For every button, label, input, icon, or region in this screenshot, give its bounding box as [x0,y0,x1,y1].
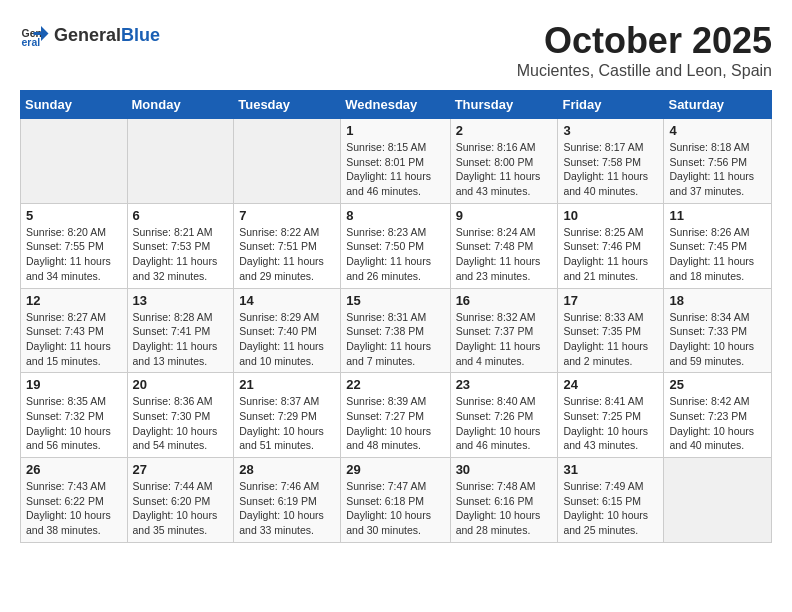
calendar-cell: 30Sunrise: 7:48 AM Sunset: 6:16 PM Dayli… [450,458,558,543]
day-info: Sunrise: 8:41 AM Sunset: 7:25 PM Dayligh… [563,394,658,453]
title-block: October 2025 Mucientes, Castille and Leo… [517,20,772,80]
calendar-cell: 3Sunrise: 8:17 AM Sunset: 7:58 PM Daylig… [558,119,664,204]
calendar-cell: 26Sunrise: 7:43 AM Sunset: 6:22 PM Dayli… [21,458,128,543]
calendar-body: 1Sunrise: 8:15 AM Sunset: 8:01 PM Daylig… [21,119,772,543]
logo-blue: Blue [121,25,160,45]
day-number: 24 [563,377,658,392]
day-number: 16 [456,293,553,308]
week-row-2: 5Sunrise: 8:20 AM Sunset: 7:55 PM Daylig… [21,203,772,288]
calendar-cell: 24Sunrise: 8:41 AM Sunset: 7:25 PM Dayli… [558,373,664,458]
calendar-cell: 2Sunrise: 8:16 AM Sunset: 8:00 PM Daylig… [450,119,558,204]
calendar-cell: 5Sunrise: 8:20 AM Sunset: 7:55 PM Daylig… [21,203,128,288]
month-title: October 2025 [517,20,772,62]
logo-general: General [54,25,121,45]
day-of-week-monday: Monday [127,91,234,119]
calendar-cell: 23Sunrise: 8:40 AM Sunset: 7:26 PM Dayli… [450,373,558,458]
calendar-cell: 20Sunrise: 8:36 AM Sunset: 7:30 PM Dayli… [127,373,234,458]
calendar-cell: 31Sunrise: 7:49 AM Sunset: 6:15 PM Dayli… [558,458,664,543]
day-number: 17 [563,293,658,308]
day-info: Sunrise: 7:43 AM Sunset: 6:22 PM Dayligh… [26,479,122,538]
day-info: Sunrise: 8:31 AM Sunset: 7:38 PM Dayligh… [346,310,444,369]
calendar-cell: 14Sunrise: 8:29 AM Sunset: 7:40 PM Dayli… [234,288,341,373]
day-info: Sunrise: 8:36 AM Sunset: 7:30 PM Dayligh… [133,394,229,453]
calendar-cell: 1Sunrise: 8:15 AM Sunset: 8:01 PM Daylig… [341,119,450,204]
calendar-cell [127,119,234,204]
day-of-week-sunday: Sunday [21,91,128,119]
day-info: Sunrise: 8:37 AM Sunset: 7:29 PM Dayligh… [239,394,335,453]
day-of-week-thursday: Thursday [450,91,558,119]
calendar-cell: 16Sunrise: 8:32 AM Sunset: 7:37 PM Dayli… [450,288,558,373]
day-number: 30 [456,462,553,477]
calendar-cell: 4Sunrise: 8:18 AM Sunset: 7:56 PM Daylig… [664,119,772,204]
day-info: Sunrise: 8:16 AM Sunset: 8:00 PM Dayligh… [456,140,553,199]
day-number: 8 [346,208,444,223]
calendar-cell: 21Sunrise: 8:37 AM Sunset: 7:29 PM Dayli… [234,373,341,458]
day-info: Sunrise: 8:35 AM Sunset: 7:32 PM Dayligh… [26,394,122,453]
calendar-cell: 27Sunrise: 7:44 AM Sunset: 6:20 PM Dayli… [127,458,234,543]
calendar-cell: 10Sunrise: 8:25 AM Sunset: 7:46 PM Dayli… [558,203,664,288]
day-number: 20 [133,377,229,392]
day-number: 29 [346,462,444,477]
calendar-cell [21,119,128,204]
calendar-table: SundayMondayTuesdayWednesdayThursdayFrid… [20,90,772,543]
calendar-cell: 28Sunrise: 7:46 AM Sunset: 6:19 PM Dayli… [234,458,341,543]
calendar-cell: 22Sunrise: 8:39 AM Sunset: 7:27 PM Dayli… [341,373,450,458]
day-info: Sunrise: 8:29 AM Sunset: 7:40 PM Dayligh… [239,310,335,369]
calendar-cell: 25Sunrise: 8:42 AM Sunset: 7:23 PM Dayli… [664,373,772,458]
day-info: Sunrise: 7:44 AM Sunset: 6:20 PM Dayligh… [133,479,229,538]
day-info: Sunrise: 8:15 AM Sunset: 8:01 PM Dayligh… [346,140,444,199]
logo-text: GeneralBlue [54,25,160,46]
calendar-cell: 18Sunrise: 8:34 AM Sunset: 7:33 PM Dayli… [664,288,772,373]
calendar-cell: 9Sunrise: 8:24 AM Sunset: 7:48 PM Daylig… [450,203,558,288]
day-info: Sunrise: 8:32 AM Sunset: 7:37 PM Dayligh… [456,310,553,369]
week-row-4: 19Sunrise: 8:35 AM Sunset: 7:32 PM Dayli… [21,373,772,458]
day-number: 27 [133,462,229,477]
calendar-cell [234,119,341,204]
calendar-cell: 15Sunrise: 8:31 AM Sunset: 7:38 PM Dayli… [341,288,450,373]
day-of-week-wednesday: Wednesday [341,91,450,119]
calendar-cell: 29Sunrise: 7:47 AM Sunset: 6:18 PM Dayli… [341,458,450,543]
calendar-cell: 7Sunrise: 8:22 AM Sunset: 7:51 PM Daylig… [234,203,341,288]
calendar-cell: 17Sunrise: 8:33 AM Sunset: 7:35 PM Dayli… [558,288,664,373]
day-of-week-saturday: Saturday [664,91,772,119]
calendar-cell [664,458,772,543]
day-of-week-friday: Friday [558,91,664,119]
day-info: Sunrise: 8:24 AM Sunset: 7:48 PM Dayligh… [456,225,553,284]
day-info: Sunrise: 8:20 AM Sunset: 7:55 PM Dayligh… [26,225,122,284]
day-number: 23 [456,377,553,392]
day-number: 25 [669,377,766,392]
day-number: 28 [239,462,335,477]
day-number: 2 [456,123,553,138]
day-number: 18 [669,293,766,308]
logo: Gen eral GeneralBlue [20,20,160,50]
day-number: 13 [133,293,229,308]
day-info: Sunrise: 8:25 AM Sunset: 7:46 PM Dayligh… [563,225,658,284]
day-info: Sunrise: 8:18 AM Sunset: 7:56 PM Dayligh… [669,140,766,199]
logo-icon: Gen eral [20,20,50,50]
day-number: 3 [563,123,658,138]
day-number: 9 [456,208,553,223]
day-info: Sunrise: 8:28 AM Sunset: 7:41 PM Dayligh… [133,310,229,369]
day-info: Sunrise: 7:48 AM Sunset: 6:16 PM Dayligh… [456,479,553,538]
day-info: Sunrise: 8:40 AM Sunset: 7:26 PM Dayligh… [456,394,553,453]
day-number: 19 [26,377,122,392]
day-of-week-tuesday: Tuesday [234,91,341,119]
day-info: Sunrise: 8:22 AM Sunset: 7:51 PM Dayligh… [239,225,335,284]
week-row-5: 26Sunrise: 7:43 AM Sunset: 6:22 PM Dayli… [21,458,772,543]
day-info: Sunrise: 8:21 AM Sunset: 7:53 PM Dayligh… [133,225,229,284]
calendar-header: SundayMondayTuesdayWednesdayThursdayFrid… [21,91,772,119]
calendar-cell: 11Sunrise: 8:26 AM Sunset: 7:45 PM Dayli… [664,203,772,288]
page-header: Gen eral GeneralBlue October 2025 Mucien… [20,20,772,80]
calendar-cell: 19Sunrise: 8:35 AM Sunset: 7:32 PM Dayli… [21,373,128,458]
day-number: 22 [346,377,444,392]
day-number: 15 [346,293,444,308]
day-number: 1 [346,123,444,138]
day-info: Sunrise: 7:46 AM Sunset: 6:19 PM Dayligh… [239,479,335,538]
day-number: 14 [239,293,335,308]
day-info: Sunrise: 8:42 AM Sunset: 7:23 PM Dayligh… [669,394,766,453]
day-info: Sunrise: 7:49 AM Sunset: 6:15 PM Dayligh… [563,479,658,538]
day-number: 12 [26,293,122,308]
day-number: 10 [563,208,658,223]
day-info: Sunrise: 7:47 AM Sunset: 6:18 PM Dayligh… [346,479,444,538]
calendar-cell: 13Sunrise: 8:28 AM Sunset: 7:41 PM Dayli… [127,288,234,373]
